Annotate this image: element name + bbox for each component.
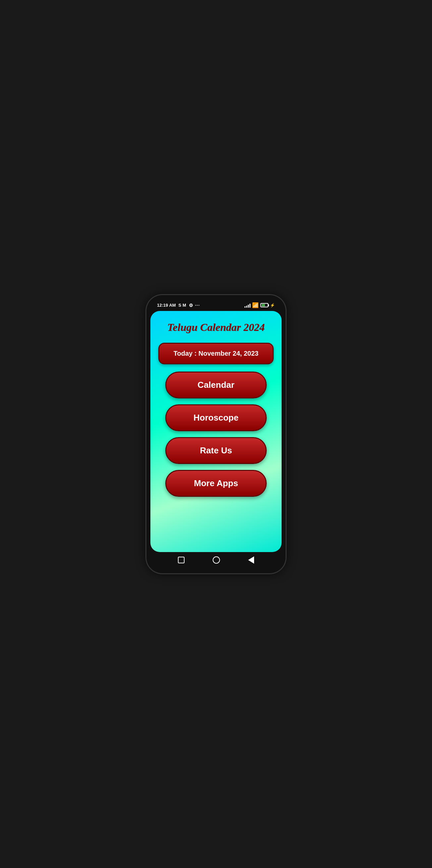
signal-icon (245, 303, 250, 308)
rate-us-button[interactable]: Rate Us (165, 437, 267, 464)
home-button[interactable] (213, 556, 220, 564)
status-right: 📶 ⚡ (245, 302, 275, 308)
calendar-button[interactable]: Calendar (165, 372, 267, 398)
recents-button[interactable] (178, 557, 185, 563)
wifi-icon: 📶 (252, 302, 259, 308)
more-icon: ··· (195, 303, 200, 308)
home-icon (213, 556, 220, 564)
phone-frame: 12:19 AM S M ⚙ ··· 📶 ⚡ Telugu Calendar 2… (147, 295, 285, 573)
back-button[interactable] (248, 556, 254, 564)
back-icon (248, 556, 254, 564)
more-apps-button[interactable]: More Apps (165, 470, 267, 497)
app-title: Telugu Calendar 2024 (167, 321, 265, 334)
settings-icon: ⚙ (189, 303, 193, 308)
nav-bar (150, 552, 282, 569)
charging-icon: ⚡ (270, 303, 275, 308)
status-left: 12:19 AM S M ⚙ ··· (157, 303, 200, 308)
carrier-display: S M (179, 303, 186, 308)
horoscope-button[interactable]: Horoscope (165, 404, 267, 431)
battery-icon (260, 303, 268, 307)
today-date-display: Today : November 24, 2023 (158, 343, 274, 364)
recents-icon (178, 557, 185, 563)
status-bar: 12:19 AM S M ⚙ ··· 📶 ⚡ (150, 299, 282, 311)
time-display: 12:19 AM (157, 303, 176, 308)
app-screen: Telugu Calendar 2024 Today : November 24… (150, 311, 282, 552)
